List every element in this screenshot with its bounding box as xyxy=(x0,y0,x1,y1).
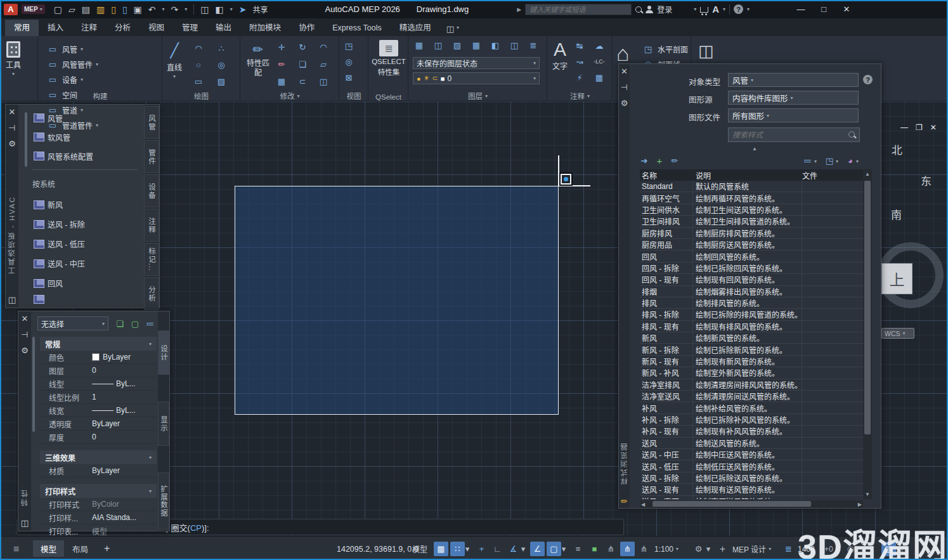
close-button[interactable]: ✕ xyxy=(837,4,856,14)
qselect-button[interactable]: ≣ QSELECT 特性集 xyxy=(372,40,406,77)
style-row[interactable]: Standard默认的风管系统 xyxy=(640,181,863,192)
panel-label[interactable]: 绘图 xyxy=(163,91,240,101)
explode-icon[interactable]: ▦ xyxy=(275,75,288,87)
tab-design[interactable]: 设计 xyxy=(158,330,169,375)
line-button[interactable]: ╱ 直线 ▾ xyxy=(167,41,182,79)
collapse-form-icon[interactable]: ▲ xyxy=(752,146,757,152)
redo-caret-icon[interactable]: ▾ xyxy=(185,6,187,12)
tab-model[interactable]: 模型 xyxy=(33,540,64,557)
style-row[interactable]: 回风 - 现有绘制现有回风管的系统。 xyxy=(640,274,863,285)
view-styles-icon[interactable]: ◎ xyxy=(342,56,355,67)
tab-layout[interactable]: 布局 xyxy=(65,540,96,557)
close-icon[interactable]: ✕ xyxy=(22,315,29,323)
palette-tool[interactable]: 送风 - 低压 xyxy=(34,234,85,254)
style-row[interactable]: 送风 - 低压绘制低压送风管的系统。 xyxy=(640,460,863,472)
polar-caret-icon[interactable]: ▾ xyxy=(519,542,527,556)
palette-tab[interactable]: 管件 xyxy=(144,140,159,173)
sheet-set-manager-icon[interactable]: ◫ xyxy=(200,5,209,14)
hatch-icon[interactable]: ▨ xyxy=(215,75,228,87)
close-icon[interactable]: ✕ xyxy=(9,108,16,116)
clipped-tool-icon[interactable] xyxy=(34,295,44,304)
select-objects-icon[interactable]: ▢ xyxy=(129,318,141,329)
apply-style-icon[interactable]: ➔ xyxy=(638,155,651,166)
snap-caret-icon[interactable]: ▾ xyxy=(464,542,471,556)
prop-row[interactable]: 材质ByLayer xyxy=(40,464,157,478)
dimension-icon[interactable]: ↹ xyxy=(573,40,586,51)
palette-tool[interactable]: 回风 xyxy=(34,273,85,293)
color-wheel-caret-icon[interactable]: ▾ xyxy=(856,159,859,164)
isometric-drafting-toggle[interactable]: ∠ xyxy=(530,542,545,556)
fillet-icon[interactable]: ◠ xyxy=(317,41,330,53)
share-label[interactable]: 共享 xyxy=(253,4,268,15)
stretch-icon[interactable]: ▱ xyxy=(317,58,330,70)
label-curve-icon[interactable]: -LC- xyxy=(593,56,606,67)
prop-row[interactable]: 打印样...AIA Standa... xyxy=(40,511,157,524)
palette-tab[interactable]: 风管 xyxy=(144,106,159,139)
palette-tool[interactable]: 风管系统配置 xyxy=(34,147,93,166)
offset-icon[interactable]: ⊂ xyxy=(296,75,309,87)
object-snap-tracking-toggle[interactable]: ▢ xyxy=(547,542,561,556)
grid-display-toggle[interactable]: ▦ xyxy=(434,542,448,556)
preview-cube-icon[interactable]: ◳ xyxy=(823,155,836,166)
style-row[interactable]: 再循环空气绘制再循环风管的系统。 xyxy=(640,192,863,204)
settings-caret-icon[interactable]: ▾ xyxy=(705,542,712,556)
layout-menu-icon[interactable]: ≡ xyxy=(9,542,23,556)
undo-caret-icon[interactable]: ▾ xyxy=(162,6,165,12)
autohide-pin-icon[interactable]: ⊣ xyxy=(8,124,15,132)
save-icon[interactable]: ▤ xyxy=(82,5,90,14)
zoom-window-icon[interactable]: ⊠ xyxy=(342,72,355,83)
add-style-icon[interactable]: + xyxy=(653,155,666,166)
palette-tab[interactable]: 分析 xyxy=(144,277,159,310)
minimize-button[interactable]: — xyxy=(791,4,810,14)
viewcube-north[interactable]: 北 xyxy=(892,141,902,157)
prop-row[interactable]: 线型———ByL... xyxy=(40,377,157,391)
open-file-icon[interactable]: ▱ xyxy=(68,5,75,14)
help-icon[interactable]: ? xyxy=(863,75,873,84)
layer-off-icon[interactable]: ◫ xyxy=(432,39,445,51)
layer-isolate-icon[interactable]: ▨ xyxy=(451,39,464,51)
scroll-up-icon[interactable]: ▲ xyxy=(865,171,870,177)
ribbon-tab[interactable]: 分析 xyxy=(106,20,140,36)
ribbon-tab[interactable]: 管理 xyxy=(173,20,207,36)
save-to-mobile-icon[interactable]: ▯ xyxy=(111,5,116,14)
style-row[interactable]: 厨房排风绘制厨房排风管的系统。 xyxy=(640,228,863,239)
horizontal-scroll-thumb[interactable] xyxy=(653,501,811,507)
help-caret-icon[interactable]: ▾ xyxy=(747,6,750,12)
style-row[interactable]: 排风 - 现有绘制现有排风风管的系统。 xyxy=(640,321,863,332)
prop-row[interactable]: 打印表...模型 xyxy=(40,524,157,538)
new-file-icon[interactable]: ▢ xyxy=(54,5,62,14)
tools-button[interactable]: 工具 ▾ xyxy=(6,41,21,77)
ribbon-tab[interactable]: 视图 xyxy=(140,20,173,36)
build-item[interactable]: ▭管道管件▾ xyxy=(46,117,98,133)
layer-properties-icon[interactable]: ▦ xyxy=(413,39,425,51)
panel-label[interactable]: 修改▾ xyxy=(241,91,339,101)
model-space-toggle[interactable]: 模型 xyxy=(412,542,427,556)
properties-gear-icon[interactable]: ⚙ xyxy=(8,140,16,148)
undo-icon[interactable]: ↶ xyxy=(148,5,156,14)
style-row[interactable]: 厨房用品绘制厨房送风管的系统。 xyxy=(640,239,863,251)
match-properties-button[interactable]: ✏ 特性匹配 xyxy=(244,41,272,78)
style-row[interactable]: 新风 - 拆除绘制已拆除新风管的系统。 xyxy=(640,344,863,355)
crosshair-tracking-icon[interactable]: + xyxy=(715,542,730,556)
col-file[interactable]: 文件 xyxy=(802,170,817,181)
style-row[interactable]: 排烟绘制烟雾排出风管的系统。 xyxy=(640,286,863,297)
tag-icon[interactable]: ⚡ xyxy=(573,72,586,83)
arc-icon[interactable]: ◠ xyxy=(192,42,205,54)
viewcube-east[interactable]: 东 xyxy=(921,173,932,188)
section-3d-effects[interactable]: 三维效果▾ xyxy=(40,450,157,464)
layer-on-icon[interactable]: ◧ xyxy=(489,39,502,51)
polar-tracking-toggle[interactable]: ∡ xyxy=(506,542,521,556)
dynamic-input-toggle[interactable]: + xyxy=(474,542,489,556)
autohide-pin-icon[interactable]: ⊣ xyxy=(621,83,628,91)
palette-tool[interactable]: 送风 - 拆除 xyxy=(34,214,85,234)
text-button[interactable]: A 文字 xyxy=(549,40,571,71)
maximize-button[interactable]: □ xyxy=(814,4,833,14)
ribbon-tab[interactable]: 附加模块 xyxy=(240,20,290,36)
style-search-input[interactable] xyxy=(728,127,860,142)
table-icon[interactable]: ▦ xyxy=(593,72,606,83)
list-view-caret-icon[interactable]: ▾ xyxy=(814,159,817,164)
style-row[interactable]: 补风 - 现有绘制现有补风风管的系统。 xyxy=(640,426,863,437)
properties-scrollbar[interactable] xyxy=(32,337,35,432)
revision-cloud-icon[interactable]: ☁ xyxy=(593,40,606,51)
style-row[interactable]: 排风 - 拆除绘制已拆除的排风管道的系统。 xyxy=(640,309,863,320)
